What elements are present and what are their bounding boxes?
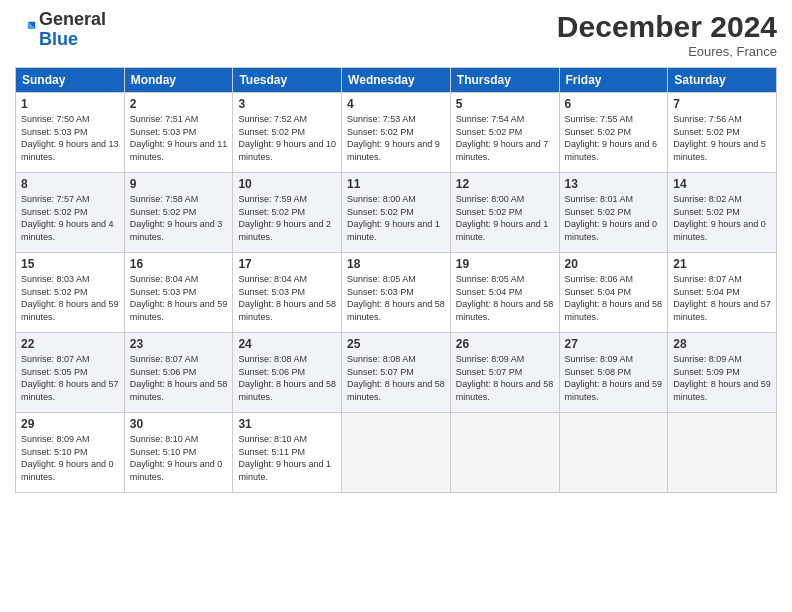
week-row-1: 1Sunrise: 7:50 AMSunset: 5:03 PMDaylight… [16,93,777,173]
logo: General Blue [15,10,106,50]
calendar-cell [559,413,668,493]
day-info: Sunrise: 7:54 AMSunset: 5:02 PMDaylight:… [456,114,549,162]
day-number: 11 [347,177,445,191]
calendar-cell: 1Sunrise: 7:50 AMSunset: 5:03 PMDaylight… [16,93,125,173]
page-container: General Blue December 2024 Eoures, Franc… [0,0,792,503]
calendar-cell: 7Sunrise: 7:56 AMSunset: 5:02 PMDaylight… [668,93,777,173]
calendar-cell: 4Sunrise: 7:53 AMSunset: 5:02 PMDaylight… [342,93,451,173]
day-number: 28 [673,337,771,351]
calendar-cell: 23Sunrise: 8:07 AMSunset: 5:06 PMDayligh… [124,333,233,413]
day-number: 17 [238,257,336,271]
calendar-cell: 12Sunrise: 8:00 AMSunset: 5:02 PMDayligh… [450,173,559,253]
calendar-cell: 29Sunrise: 8:09 AMSunset: 5:10 PMDayligh… [16,413,125,493]
day-info: Sunrise: 7:50 AMSunset: 5:03 PMDaylight:… [21,114,119,162]
calendar-cell: 19Sunrise: 8:05 AMSunset: 5:04 PMDayligh… [450,253,559,333]
col-friday: Friday [559,68,668,93]
day-number: 7 [673,97,771,111]
day-number: 9 [130,177,228,191]
day-number: 13 [565,177,663,191]
day-number: 3 [238,97,336,111]
calendar-table: Sunday Monday Tuesday Wednesday Thursday… [15,67,777,493]
day-number: 1 [21,97,119,111]
col-sunday: Sunday [16,68,125,93]
calendar-cell: 5Sunrise: 7:54 AMSunset: 5:02 PMDaylight… [450,93,559,173]
logo-icon [15,19,37,41]
day-number: 29 [21,417,119,431]
col-thursday: Thursday [450,68,559,93]
day-number: 8 [21,177,119,191]
month-title: December 2024 [557,10,777,44]
col-saturday: Saturday [668,68,777,93]
day-number: 24 [238,337,336,351]
day-number: 19 [456,257,554,271]
calendar-cell: 28Sunrise: 8:09 AMSunset: 5:09 PMDayligh… [668,333,777,413]
day-info: Sunrise: 8:04 AMSunset: 5:03 PMDaylight:… [130,274,228,322]
day-number: 31 [238,417,336,431]
day-info: Sunrise: 8:04 AMSunset: 5:03 PMDaylight:… [238,274,336,322]
day-info: Sunrise: 8:03 AMSunset: 5:02 PMDaylight:… [21,274,119,322]
logo-blue: Blue [39,29,78,49]
day-number: 6 [565,97,663,111]
logo-text: General Blue [39,10,106,50]
week-row-4: 22Sunrise: 8:07 AMSunset: 5:05 PMDayligh… [16,333,777,413]
calendar-cell: 16Sunrise: 8:04 AMSunset: 5:03 PMDayligh… [124,253,233,333]
location: Eoures, France [557,44,777,59]
calendar-cell [668,413,777,493]
calendar-cell: 2Sunrise: 7:51 AMSunset: 5:03 PMDaylight… [124,93,233,173]
calendar-cell: 3Sunrise: 7:52 AMSunset: 5:02 PMDaylight… [233,93,342,173]
calendar-cell: 20Sunrise: 8:06 AMSunset: 5:04 PMDayligh… [559,253,668,333]
page-header: General Blue December 2024 Eoures, Franc… [15,10,777,59]
day-info: Sunrise: 8:01 AMSunset: 5:02 PMDaylight:… [565,194,658,242]
calendar-cell: 9Sunrise: 7:58 AMSunset: 5:02 PMDaylight… [124,173,233,253]
calendar-header-row: Sunday Monday Tuesday Wednesday Thursday… [16,68,777,93]
calendar-cell: 11Sunrise: 8:00 AMSunset: 5:02 PMDayligh… [342,173,451,253]
calendar-cell: 21Sunrise: 8:07 AMSunset: 5:04 PMDayligh… [668,253,777,333]
day-info: Sunrise: 8:06 AMSunset: 5:04 PMDaylight:… [565,274,663,322]
day-info: Sunrise: 7:59 AMSunset: 5:02 PMDaylight:… [238,194,331,242]
day-number: 30 [130,417,228,431]
week-row-2: 8Sunrise: 7:57 AMSunset: 5:02 PMDaylight… [16,173,777,253]
calendar-cell: 24Sunrise: 8:08 AMSunset: 5:06 PMDayligh… [233,333,342,413]
day-number: 23 [130,337,228,351]
day-info: Sunrise: 8:00 AMSunset: 5:02 PMDaylight:… [456,194,549,242]
day-number: 4 [347,97,445,111]
week-row-3: 15Sunrise: 8:03 AMSunset: 5:02 PMDayligh… [16,253,777,333]
day-info: Sunrise: 7:53 AMSunset: 5:02 PMDaylight:… [347,114,440,162]
day-info: Sunrise: 8:10 AMSunset: 5:10 PMDaylight:… [130,434,223,482]
day-number: 18 [347,257,445,271]
calendar-cell: 27Sunrise: 8:09 AMSunset: 5:08 PMDayligh… [559,333,668,413]
calendar-cell: 10Sunrise: 7:59 AMSunset: 5:02 PMDayligh… [233,173,342,253]
calendar-cell: 30Sunrise: 8:10 AMSunset: 5:10 PMDayligh… [124,413,233,493]
calendar-cell: 14Sunrise: 8:02 AMSunset: 5:02 PMDayligh… [668,173,777,253]
calendar-cell: 17Sunrise: 8:04 AMSunset: 5:03 PMDayligh… [233,253,342,333]
day-info: Sunrise: 7:52 AMSunset: 5:02 PMDaylight:… [238,114,336,162]
calendar-cell: 13Sunrise: 8:01 AMSunset: 5:02 PMDayligh… [559,173,668,253]
day-info: Sunrise: 8:07 AMSunset: 5:04 PMDaylight:… [673,274,771,322]
day-info: Sunrise: 8:09 AMSunset: 5:08 PMDaylight:… [565,354,663,402]
col-wednesday: Wednesday [342,68,451,93]
day-info: Sunrise: 7:57 AMSunset: 5:02 PMDaylight:… [21,194,114,242]
day-info: Sunrise: 8:02 AMSunset: 5:02 PMDaylight:… [673,194,766,242]
day-info: Sunrise: 8:05 AMSunset: 5:04 PMDaylight:… [456,274,554,322]
calendar-cell: 6Sunrise: 7:55 AMSunset: 5:02 PMDaylight… [559,93,668,173]
day-number: 26 [456,337,554,351]
day-info: Sunrise: 8:00 AMSunset: 5:02 PMDaylight:… [347,194,440,242]
calendar-cell [342,413,451,493]
day-number: 14 [673,177,771,191]
day-info: Sunrise: 8:09 AMSunset: 5:07 PMDaylight:… [456,354,554,402]
day-number: 22 [21,337,119,351]
day-info: Sunrise: 7:51 AMSunset: 5:03 PMDaylight:… [130,114,228,162]
day-number: 15 [21,257,119,271]
day-number: 12 [456,177,554,191]
day-info: Sunrise: 8:09 AMSunset: 5:10 PMDaylight:… [21,434,114,482]
calendar-cell: 18Sunrise: 8:05 AMSunset: 5:03 PMDayligh… [342,253,451,333]
calendar-cell: 25Sunrise: 8:08 AMSunset: 5:07 PMDayligh… [342,333,451,413]
calendar-cell: 26Sunrise: 8:09 AMSunset: 5:07 PMDayligh… [450,333,559,413]
day-number: 5 [456,97,554,111]
day-info: Sunrise: 7:56 AMSunset: 5:02 PMDaylight:… [673,114,766,162]
day-number: 10 [238,177,336,191]
day-info: Sunrise: 8:08 AMSunset: 5:06 PMDaylight:… [238,354,336,402]
day-info: Sunrise: 8:05 AMSunset: 5:03 PMDaylight:… [347,274,445,322]
calendar-cell: 31Sunrise: 8:10 AMSunset: 5:11 PMDayligh… [233,413,342,493]
day-info: Sunrise: 8:09 AMSunset: 5:09 PMDaylight:… [673,354,771,402]
